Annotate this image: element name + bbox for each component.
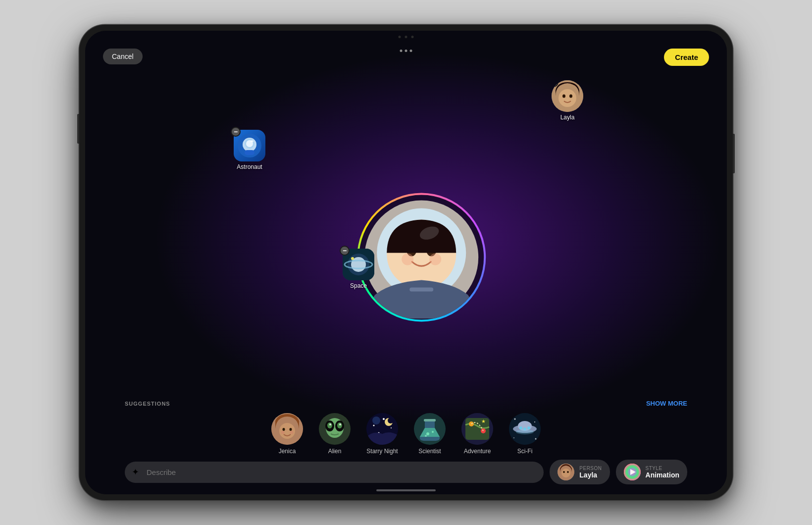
person-pill-text: PERSON Layla	[579, 466, 602, 479]
camera-area	[399, 36, 414, 38]
svg-point-66	[516, 429, 534, 434]
svg-point-41	[372, 417, 380, 424]
svg-rect-51	[424, 419, 436, 421]
jenica-icon	[271, 413, 303, 445]
svg-point-65	[527, 426, 530, 429]
create-button[interactable]: Create	[664, 49, 709, 66]
svg-point-39	[339, 423, 341, 425]
adventure-icon: ★	[461, 413, 493, 445]
svg-text:★: ★	[481, 419, 486, 424]
suggestion-adventure[interactable]: ★ Adventure	[461, 413, 493, 455]
suggestion-alien[interactable]: Alien	[319, 413, 351, 455]
suggestions-header: SUGGESTIONS SHOW MORE	[110, 400, 702, 407]
describe-wrapper: ✦	[125, 462, 544, 483]
style-pill-text: STYLE Animation	[646, 466, 679, 479]
svg-point-70	[535, 438, 537, 440]
svg-point-63	[519, 426, 522, 429]
describe-input[interactable]	[125, 462, 544, 483]
svg-rect-16	[245, 150, 254, 155]
home-indicator	[376, 489, 436, 491]
svg-point-54	[425, 435, 427, 437]
person-pill[interactable]: PERSON Layla	[550, 460, 609, 484]
svg-point-28	[283, 428, 285, 431]
scientist-icon	[414, 413, 446, 445]
svg-point-15	[251, 140, 254, 142]
svg-point-29	[290, 428, 292, 431]
svg-point-27	[279, 423, 295, 439]
space-minus[interactable]: −	[340, 246, 350, 256]
main-avatar-ring	[357, 193, 486, 322]
astronaut-icon: −	[234, 130, 265, 161]
style-pill[interactable]: STYLE Animation	[616, 460, 687, 484]
astronaut-avatar-svg	[360, 196, 483, 319]
suggestion-starry-night[interactable]: Starry Night	[366, 413, 398, 455]
suggestion-scientist[interactable]: Scientist	[414, 413, 446, 455]
svg-point-7	[402, 254, 413, 265]
svg-point-20	[569, 95, 572, 98]
cancel-button[interactable]: Cancel	[103, 49, 143, 64]
svg-point-74	[567, 471, 569, 473]
svg-rect-10	[409, 288, 433, 292]
svg-point-18	[558, 89, 576, 107]
sci-fi-label: Sci-Fi	[517, 448, 533, 455]
dot-2	[405, 50, 407, 52]
style-label: STYLE	[646, 466, 679, 471]
person-name: Layla	[579, 471, 602, 479]
dot-3	[410, 50, 412, 52]
scientist-label: Scientist	[418, 448, 441, 455]
svg-point-45	[391, 427, 392, 428]
astronaut-chip[interactable]: − Astronaut	[234, 130, 265, 170]
person-avatar-small	[558, 464, 574, 480]
svg-point-49	[388, 418, 394, 423]
svg-point-8	[429, 254, 441, 265]
svg-point-31	[290, 431, 294, 434]
more-dots	[400, 50, 412, 52]
sci-fi-icon	[509, 413, 541, 445]
svg-point-73	[563, 471, 565, 473]
main-avatar-container	[357, 193, 486, 322]
starry-night-label: Starry Night	[366, 448, 398, 455]
camera-dot-1	[399, 36, 401, 38]
tablet-device: Cancel Create	[79, 25, 733, 500]
svg-point-36	[327, 422, 332, 428]
suggestion-jenica[interactable]: Jenica	[271, 413, 303, 455]
svg-point-67	[514, 419, 516, 420]
alien-icon	[319, 413, 351, 445]
style-icon	[624, 464, 641, 480]
suggestions-row: Jenica	[110, 413, 702, 455]
space-chip[interactable]: − Space	[343, 249, 374, 289]
svg-point-72	[561, 469, 570, 477]
svg-point-19	[562, 95, 565, 98]
suggestions-section: SUGGESTIONS SHOW MORE	[110, 400, 702, 455]
show-more-button[interactable]: SHOW MORE	[646, 400, 687, 407]
svg-point-53	[432, 431, 434, 433]
bottom-bar: ✦ PERSON Layla	[125, 460, 687, 484]
space-icon: −	[343, 249, 374, 280]
layla-avatar-icon: −	[552, 80, 583, 112]
jenica-label: Jenica	[279, 448, 296, 455]
svg-point-68	[534, 421, 535, 422]
describe-icon: ✦	[132, 467, 139, 477]
astronaut-chip-icon	[238, 134, 261, 158]
svg-point-37	[337, 422, 342, 428]
suggestions-title: SUGGESTIONS	[125, 401, 170, 407]
astronaut-label: Astronaut	[237, 163, 262, 170]
layla-chip[interactable]: − Layla	[552, 80, 583, 121]
suggestion-sci-fi[interactable]: Sci-Fi	[509, 413, 541, 455]
svg-point-44	[383, 418, 385, 420]
dot-1	[400, 50, 403, 52]
space-label: Space	[350, 282, 367, 289]
camera-dot-2	[405, 36, 407, 38]
svg-point-38	[329, 423, 331, 425]
starry-night-icon	[366, 413, 398, 445]
camera-dot-3	[411, 36, 414, 38]
astronaut-minus[interactable]: −	[231, 127, 241, 137]
svg-point-43	[373, 425, 375, 426]
tablet-screen: Cancel Create	[85, 31, 727, 494]
main-avatar-inner	[359, 195, 484, 320]
person-label: PERSON	[579, 466, 602, 471]
layla-label: Layla	[560, 114, 575, 121]
style-name: Animation	[646, 471, 679, 479]
adventure-label: Adventure	[464, 448, 491, 455]
alien-label: Alien	[328, 448, 342, 455]
